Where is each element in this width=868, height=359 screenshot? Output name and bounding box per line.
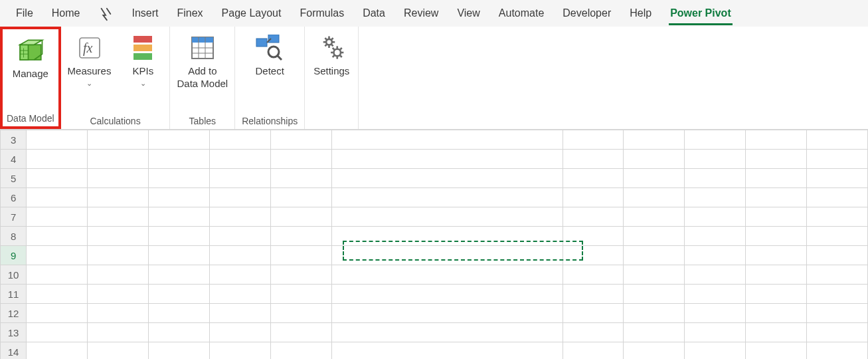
cell[interactable] [746, 304, 807, 323]
cell[interactable] [624, 265, 685, 285]
cell[interactable] [624, 323, 685, 342]
grid-row[interactable]: 6 [1, 188, 868, 207]
cell[interactable] [563, 323, 624, 342]
cell[interactable] [148, 285, 209, 304]
tab-view[interactable]: View [448, 0, 489, 27]
grid-row[interactable]: 4 [1, 150, 868, 169]
cell[interactable] [331, 342, 563, 360]
cell[interactable] [331, 150, 563, 169]
cell[interactable] [88, 342, 149, 360]
cell[interactable] [807, 169, 868, 188]
row-header[interactable]: 12 [1, 304, 27, 323]
cell-grid[interactable]: 34567891011121314 [0, 130, 868, 359]
cell[interactable] [685, 130, 746, 150]
cell[interactable] [685, 265, 746, 285]
row-header[interactable]: 6 [1, 188, 27, 207]
cell[interactable] [807, 285, 868, 304]
settings-button[interactable]: Settings [311, 31, 351, 78]
cell[interactable] [563, 342, 624, 360]
cell[interactable] [624, 285, 685, 304]
cell[interactable] [209, 285, 270, 304]
cell[interactable] [88, 285, 149, 304]
tab-developer[interactable]: Developer [553, 0, 620, 27]
cell[interactable] [270, 265, 331, 285]
cell[interactable] [270, 130, 331, 150]
cell[interactable] [88, 265, 149, 285]
cell[interactable] [685, 169, 746, 188]
cell[interactable] [746, 285, 807, 304]
cell[interactable] [27, 207, 88, 227]
cell[interactable] [807, 265, 868, 285]
cell[interactable] [270, 323, 331, 342]
cell[interactable] [27, 227, 88, 246]
cell[interactable] [270, 342, 331, 360]
cell[interactable] [209, 169, 270, 188]
cell[interactable] [27, 342, 88, 360]
grid-row[interactable]: 3 [1, 130, 868, 150]
cell[interactable] [209, 304, 270, 323]
tab-data[interactable]: Data [353, 0, 394, 27]
tab-copilot[interactable] [89, 0, 122, 27]
manage-button[interactable]: Manage [11, 33, 50, 80]
cell[interactable] [685, 304, 746, 323]
row-header[interactable]: 14 [1, 342, 27, 360]
cell[interactable] [624, 246, 685, 265]
cell[interactable] [563, 265, 624, 285]
cell[interactable] [746, 227, 807, 246]
row-header[interactable]: 10 [1, 265, 27, 285]
cell[interactable] [27, 150, 88, 169]
cell[interactable] [563, 130, 624, 150]
cell[interactable] [807, 246, 868, 265]
cell[interactable] [270, 207, 331, 227]
cell[interactable] [27, 265, 88, 285]
cell[interactable] [209, 227, 270, 246]
cell[interactable] [807, 150, 868, 169]
add-to-data-model-button[interactable]: Add to Data Model [177, 31, 228, 90]
cell[interactable] [27, 246, 88, 265]
row-header[interactable]: 9 [1, 246, 27, 265]
cell[interactable] [209, 342, 270, 360]
cell[interactable] [148, 130, 209, 150]
cell[interactable] [685, 342, 746, 360]
tab-help[interactable]: Help [620, 0, 661, 27]
cell[interactable] [148, 169, 209, 188]
tab-power-pivot[interactable]: Power Pivot [661, 0, 740, 27]
cell[interactable] [807, 207, 868, 227]
cell[interactable] [685, 246, 746, 265]
row-header[interactable]: 5 [1, 169, 27, 188]
cell[interactable] [624, 207, 685, 227]
cell[interactable] [807, 188, 868, 207]
cell[interactable] [209, 188, 270, 207]
cell[interactable] [88, 188, 149, 207]
cell[interactable] [685, 188, 746, 207]
cell[interactable] [807, 342, 868, 360]
cell[interactable] [88, 169, 149, 188]
cell[interactable] [148, 323, 209, 342]
tab-file[interactable]: File [7, 0, 43, 27]
cell[interactable] [88, 150, 149, 169]
cell[interactable] [27, 323, 88, 342]
cell[interactable] [27, 188, 88, 207]
cell[interactable] [148, 188, 209, 207]
cell[interactable] [807, 130, 868, 150]
grid-row[interactable]: 8 [1, 227, 868, 246]
cell[interactable] [746, 169, 807, 188]
cell[interactable] [563, 246, 624, 265]
cell[interactable] [209, 246, 270, 265]
tab-insert[interactable]: Insert [122, 0, 167, 27]
grid-row[interactable]: 7 [1, 207, 868, 227]
cell[interactable] [563, 285, 624, 304]
cell[interactable] [88, 130, 149, 150]
grid-row[interactable]: 13 [1, 323, 868, 342]
cell[interactable] [624, 150, 685, 169]
tab-finex[interactable]: Finex [167, 0, 212, 27]
cell[interactable] [88, 227, 149, 246]
tab-page-layout[interactable]: Page Layout [213, 0, 291, 27]
grid-row[interactable]: 14 [1, 342, 868, 360]
cell[interactable] [270, 285, 331, 304]
cell[interactable] [624, 188, 685, 207]
cell[interactable] [331, 323, 563, 342]
tab-review[interactable]: Review [394, 0, 448, 27]
cell[interactable] [563, 304, 624, 323]
cell[interactable] [148, 150, 209, 169]
